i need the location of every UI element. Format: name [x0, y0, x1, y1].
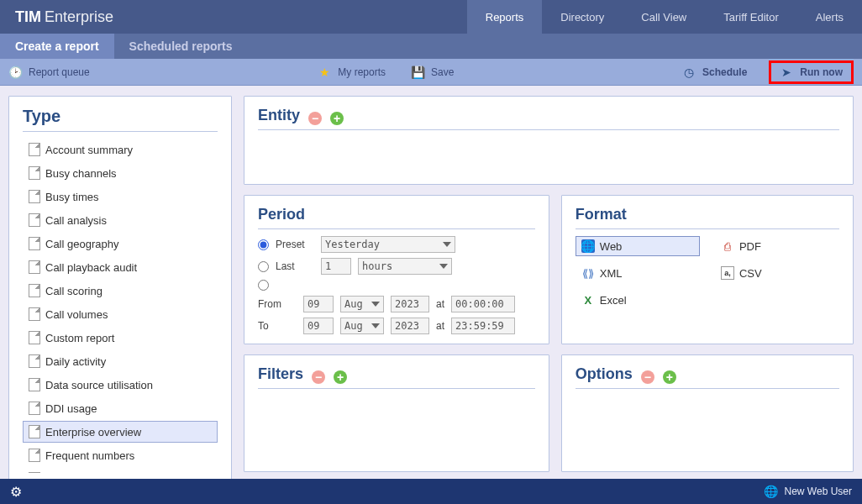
- period-to-time[interactable]: [451, 318, 515, 334]
- subtab-scheduled[interactable]: Scheduled reports: [114, 34, 248, 59]
- period-radio-last[interactable]: [258, 261, 269, 272]
- type-item[interactable]: Call scoring: [23, 280, 218, 302]
- toolbar-schedule[interactable]: ◷ Schedule: [682, 66, 747, 79]
- type-item[interactable]: Data source utilisation: [23, 374, 218, 396]
- period-last-unit[interactable]: hours: [358, 258, 452, 275]
- format-pdf-label: PDF: [739, 240, 761, 253]
- entity-add-button[interactable]: +: [330, 112, 344, 125]
- entity-heading: Entity: [258, 107, 300, 124]
- footer-user[interactable]: New Web User: [785, 486, 852, 497]
- subtab-create-report[interactable]: Create a report: [0, 34, 114, 59]
- entity-remove-button[interactable]: −: [308, 112, 322, 125]
- type-list[interactable]: Account summaryBusy channelsBusy timesCa…: [23, 139, 218, 473]
- type-item-label: Account summary: [45, 144, 133, 156]
- period-from-label: From: [258, 298, 297, 310]
- format-csv[interactable]: a, CSV: [715, 263, 839, 283]
- format-web[interactable]: 🌐 Web: [576, 236, 700, 256]
- clock-icon: 🕑: [8, 66, 22, 79]
- type-item-label: Data source utilisation: [45, 379, 153, 391]
- format-heading: Format: [576, 206, 839, 223]
- nav-alerts[interactable]: Alerts: [797, 0, 862, 34]
- period-radio-custom[interactable]: [258, 280, 269, 291]
- type-item[interactable]: DDI usage: [23, 397, 218, 419]
- type-item[interactable]: Frequent numbers: [23, 444, 218, 466]
- panel-period: Period Preset Yesterday Last: [244, 195, 549, 344]
- top-nav: Reports Directory Call View Tariff Edito…: [467, 0, 862, 34]
- toolbar-save[interactable]: 💾 Save: [411, 66, 454, 79]
- type-item[interactable]: Enterprise overview: [23, 421, 218, 443]
- document-icon: [29, 331, 40, 344]
- period-preset-select[interactable]: Yesterday: [321, 236, 455, 253]
- panel-filters: Filters − +: [244, 354, 549, 472]
- filters-remove-button[interactable]: −: [312, 370, 325, 384]
- type-item[interactable]: Account summary: [23, 139, 218, 160]
- type-item[interactable]: Busy times: [23, 186, 218, 207]
- nav-callview[interactable]: Call View: [623, 0, 705, 34]
- footer: ⚙ 🌐 New Web User: [0, 479, 862, 504]
- period-to-month[interactable]: Aug: [340, 318, 384, 334]
- period-from-at: at: [436, 298, 444, 310]
- toolbar-save-label: Save: [431, 66, 454, 78]
- toolbar-run-now[interactable]: ➤ Run now: [769, 60, 854, 84]
- type-item-label: Call analysis: [45, 214, 107, 227]
- period-from-year[interactable]: [391, 296, 429, 312]
- format-excel-label: Excel: [600, 294, 627, 307]
- settings-gear-icon[interactable]: ⚙: [10, 484, 22, 500]
- type-item-label: Call scoring: [45, 285, 102, 297]
- options-add-button[interactable]: +: [663, 370, 676, 384]
- format-excel[interactable]: X Excel: [576, 290, 700, 310]
- csv-icon: a,: [721, 266, 734, 280]
- type-item[interactable]: Call playback audit: [23, 256, 218, 278]
- format-pdf[interactable]: ⎙ PDF: [715, 236, 839, 256]
- type-item[interactable]: Busy channels: [23, 162, 218, 184]
- type-item[interactable]: Call volumes: [23, 303, 218, 325]
- xml-icon: ⟪⟫: [581, 266, 595, 280]
- star-icon: ★: [318, 66, 331, 79]
- type-item-label: Custom report: [45, 332, 114, 344]
- period-to-day[interactable]: [303, 318, 334, 334]
- toolbar-schedule-label: Schedule: [702, 66, 747, 78]
- period-from-month[interactable]: Aug: [340, 296, 384, 312]
- type-item-label: Inbound call performance: [45, 473, 169, 474]
- excel-icon: X: [581, 293, 595, 307]
- format-xml[interactable]: ⟪⟫ XML: [576, 263, 700, 283]
- type-item-label: Call geography: [45, 238, 118, 250]
- nav-reports[interactable]: Reports: [467, 0, 543, 34]
- document-icon: [29, 378, 40, 391]
- period-from-time[interactable]: [451, 296, 515, 312]
- format-csv-label: CSV: [739, 267, 762, 280]
- period-to-at: at: [436, 320, 444, 332]
- pdf-icon: ⎙: [721, 239, 734, 253]
- nav-directory[interactable]: Directory: [542, 0, 623, 34]
- options-heading: Options: [576, 365, 633, 383]
- filters-heading: Filters: [258, 365, 303, 383]
- type-item-label: Busy channels: [45, 167, 117, 180]
- type-item-label: Daily activity: [45, 355, 106, 368]
- period-from-day[interactable]: [303, 296, 334, 312]
- period-radio-preset[interactable]: [258, 239, 269, 250]
- filters-add-button[interactable]: +: [334, 370, 347, 384]
- type-item-label: Enterprise overview: [45, 426, 141, 438]
- type-item[interactable]: Call geography: [23, 233, 218, 255]
- panel-type: Type Account summaryBusy channelsBusy ti…: [8, 96, 232, 482]
- nav-tariff-editor[interactable]: Tariff Editor: [705, 0, 797, 34]
- period-preset-label: Preset: [276, 239, 314, 250]
- toolbar: 🕑 Report queue ★ My reports 💾 Save ◷ Sch…: [0, 59, 862, 86]
- period-heading: Period: [258, 206, 535, 223]
- run-icon: ➤: [780, 66, 793, 79]
- brand: TIM Enterprise: [0, 0, 129, 34]
- period-to-year[interactable]: [391, 318, 429, 334]
- type-item[interactable]: Custom report: [23, 327, 218, 349]
- globe-icon: 🌐: [581, 239, 595, 253]
- document-icon: [29, 213, 40, 227]
- period-last-qty[interactable]: [321, 258, 351, 275]
- type-item[interactable]: Daily activity: [23, 350, 218, 372]
- document-icon: [29, 449, 40, 462]
- toolbar-report-queue[interactable]: 🕑 Report queue: [8, 66, 90, 79]
- options-remove-button[interactable]: −: [641, 370, 654, 384]
- type-item[interactable]: Call analysis: [23, 209, 218, 231]
- document-icon: [29, 260, 40, 274]
- type-item-label: Call playback audit: [45, 261, 137, 274]
- toolbar-my-reports[interactable]: ★ My reports: [318, 66, 386, 79]
- type-item[interactable]: Inbound call performance: [23, 468, 218, 473]
